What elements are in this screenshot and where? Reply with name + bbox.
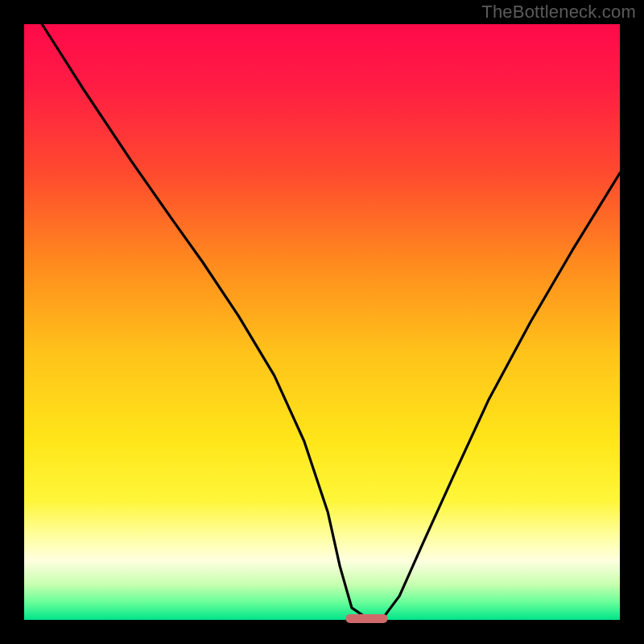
minimum-marker bbox=[346, 614, 388, 623]
watermark-text: TheBottleneck.com bbox=[481, 2, 636, 23]
chart-frame: TheBottleneck.com bbox=[0, 0, 644, 644]
bottleneck-chart bbox=[0, 0, 644, 644]
